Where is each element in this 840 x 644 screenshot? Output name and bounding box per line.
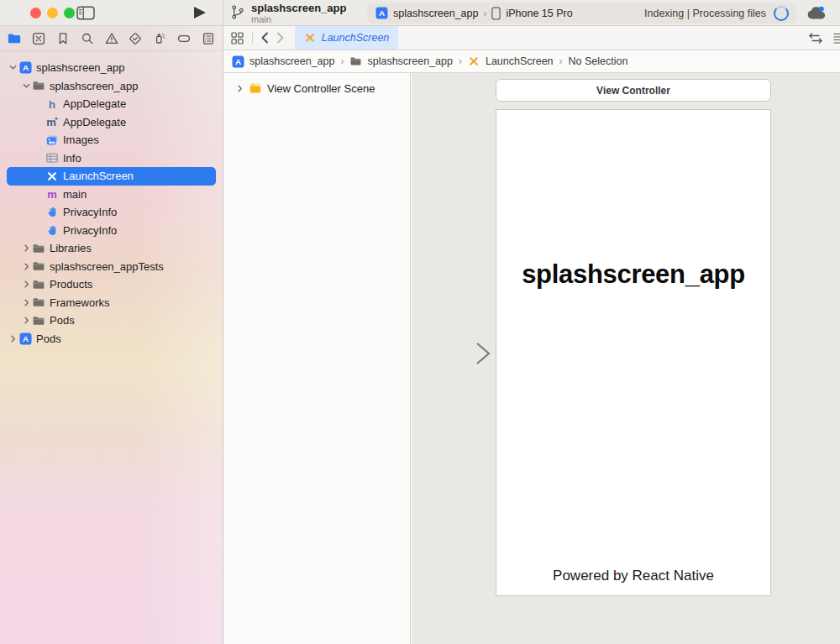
navigator-tab-strip [0,26,223,51]
tree-row[interactable]: Asplashscreen_app [0,59,223,77]
destination-device-label: iPhone 15 Pro [506,8,572,19]
chevron-right-icon[interactable] [7,335,18,343]
tree-row[interactable]: Info [0,149,223,168]
find-navigator-tab[interactable] [79,30,96,47]
breadcrumb-segment[interactable]: LaunchScreen [486,55,554,67]
chevron-right-icon[interactable] [20,317,32,324]
breadcrumb-segment[interactable]: No Selection [569,55,628,67]
chevron-right-icon[interactable] [20,280,32,288]
launch-screen-footer-label[interactable]: Powered by React Native [496,566,770,586]
adjust-editor-icon[interactable] [832,31,840,45]
cloud-status-icon[interactable] [806,5,827,21]
svg-text:A: A [235,56,241,65]
tree-row[interactable]: Pods [0,312,223,330]
bookmarks-navigator-tab[interactable] [55,30,71,47]
tree-item-label: splashscreen_app [36,61,125,74]
tree-item-label: AppDelegate [63,97,126,110]
svg-text:+: + [55,115,59,123]
interface-builder-canvas[interactable]: View Controller splashscreen_app [412,73,840,644]
close-window-button[interactable] [30,8,41,18]
changes-navigator-tab[interactable] [30,30,47,47]
tree-row[interactable]: Frameworks [0,294,223,312]
view-controller-scene-row[interactable]: View Controller Scene [223,73,410,95]
tree-row[interactable]: m+AppDelegate [0,113,223,132]
iphone-icon [491,7,501,20]
tree-row[interactable]: PrivacyInfo [0,222,223,240]
view-controller-header[interactable]: View Controller [496,79,771,102]
chevron-right-icon[interactable] [20,299,32,306]
tree-item-label: splashscreen_appTests [50,260,164,273]
code-review-icon[interactable] [808,32,823,45]
launch-screen-title-label[interactable]: splashscreen_app [496,256,770,293]
folder-icon [32,242,45,255]
reports-navigator-tab[interactable] [200,30,217,47]
hand-icon [45,223,59,237]
tab-launchscreen[interactable]: LaunchScreen [295,26,398,50]
tabbar-separator [252,32,253,44]
run-button[interactable] [194,7,206,18]
folder-icon [32,259,45,273]
issues-navigator-tab[interactable] [103,30,120,47]
editor-content: View Controller Scene View Controller [223,73,840,644]
tab-label: LaunchScreen [322,32,390,44]
chevron-right-icon[interactable] [20,263,32,270]
launch-screen-view[interactable]: splashscreen_app Powered by React Native [496,109,771,596]
activity-spinner [774,6,789,21]
tree-row[interactable]: Images [0,131,223,149]
tab-overview-icon[interactable] [230,31,244,45]
tree-item-label: Products [50,278,92,291]
tree-item-label: Libraries [50,242,92,254]
xcode-window: splashscreen_app main A splashscreen_app… [0,0,840,644]
chevron-down-icon[interactable] [7,64,18,71]
tree-item-label: Frameworks [50,296,110,309]
chevron-right-icon[interactable] [236,85,244,92]
project-file-tree: Asplashscreen_appsplashscreen_apphAppDel… [0,51,223,348]
chevron-right-icon[interactable] [20,244,32,252]
svg-text:A: A [22,334,28,343]
tree-row[interactable]: Libraries [0,239,223,258]
back-navigation-icon[interactable] [260,32,269,44]
breadcrumb-segment[interactable]: splashscreen_app [249,55,334,67]
zoom-window-button[interactable] [64,8,75,18]
project-navigator-tab[interactable] [6,30,23,47]
app-project-icon: A [232,55,244,68]
tree-row[interactable]: Products [0,275,223,294]
forward-navigation-icon[interactable] [276,32,285,44]
scheme-branch: main [251,14,346,24]
debug-navigator-tab[interactable] [151,30,168,47]
minimize-window-button[interactable] [47,8,58,18]
toolbar-divider [223,0,223,25]
tree-item-label: LaunchScreen [63,170,134,182]
assets-icon [45,134,59,147]
tree-row[interactable]: PrivacyInfo [0,203,223,222]
breakpoints-navigator-tab[interactable] [176,30,192,47]
activity-status-pill[interactable]: A splashscreen_app › iPhone 15 Pro Index… [367,3,796,24]
tree-row[interactable]: mmain [0,186,223,204]
tree-item-label: AppDelegate [63,116,126,128]
tree-item-label: Info [63,152,81,165]
tree-item-label: main [63,188,87,201]
breadcrumb-segment[interactable]: splashscreen_app [367,55,452,67]
chevron-down-icon[interactable] [20,82,32,90]
tree-row[interactable]: LaunchScreen [0,167,223,186]
storyboard-icon [304,32,317,45]
folder-icon [32,296,45,309]
tree-row[interactable]: hAppDelegate [0,95,223,113]
toggle-navigator-icon[interactable] [76,6,95,20]
app-project-icon: A [375,7,388,19]
tests-navigator-tab[interactable] [127,30,144,47]
tree-item-label: Images [63,134,99,146]
tree-item-label: PrivacyInfo [63,224,117,237]
tree-row[interactable]: splashscreen_app [0,77,223,96]
scheme-picker[interactable]: splashscreen_app main [230,3,346,24]
destination-picker[interactable]: A splashscreen_app › iPhone 15 Pro [375,7,573,20]
jump-bar: Asplashscreen_app›splashscreen_app›Launc… [223,50,840,73]
breadcrumb-separator: › [340,55,344,67]
tree-row[interactable]: splashscreen_appTests [0,258,223,276]
view-controller-icon [249,81,262,95]
scheme-name: splashscreen_app [251,3,346,14]
initial-view-controller-arrow[interactable] [423,340,494,367]
tree-row[interactable]: APods [0,330,223,348]
file-h-icon: h [45,97,59,111]
scene-label: View Controller Scene [267,82,375,95]
